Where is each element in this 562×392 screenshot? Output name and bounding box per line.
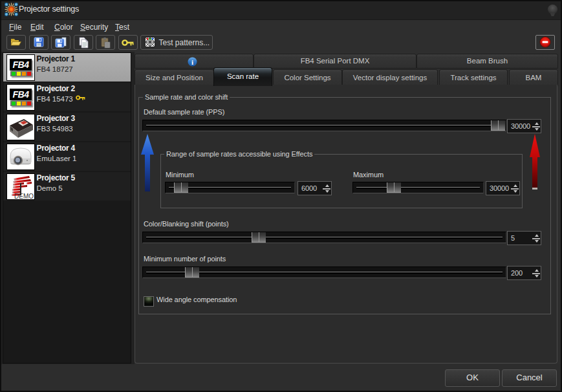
svg-text:i: i — [191, 58, 193, 66]
svg-text:DEMO: DEMO — [14, 193, 34, 200]
